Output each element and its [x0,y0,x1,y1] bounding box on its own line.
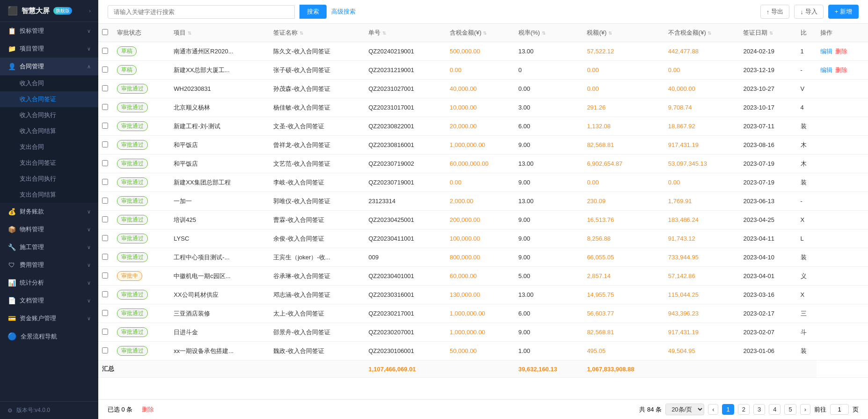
new-button[interactable]: + 新增 [828,5,859,19]
col-sign-date[interactable]: 签证日期 ⇅ [739,24,796,42]
batch-delete-button[interactable]: 删除 [142,405,154,414]
sidebar-item-finance[interactable]: 💰 财务账款 ∨ [0,203,98,221]
delete-action[interactable]: 删除 [835,66,847,74]
sidebar-sub-expense-settle[interactable]: 支出合同结算 [0,187,98,203]
row-select-checkbox[interactable] [102,291,108,297]
sidebar-logo-arrow[interactable]: › [89,8,91,14]
status-badge: 审批通过 [117,177,148,187]
sidebar-sub-expense-sign[interactable]: 支出合同签证 [0,155,98,171]
row-order-no: QZ20231219001 [365,61,445,80]
row-select-checkbox[interactable] [102,48,108,54]
sidebar-logo-icon: ⬛ [7,6,18,16]
next-page-button[interactable]: › [800,404,810,415]
row-select-checkbox[interactable] [102,141,108,147]
sidebar-item-contract[interactable]: 👤 合同管理 ∧ [0,58,98,75]
edit-action[interactable]: 编辑 [820,48,832,55]
row-select-checkbox[interactable] [102,179,108,185]
settings-icon[interactable]: ⚙ [7,407,13,414]
sidebar-item-docs[interactable]: 📄 文档管理 ∨ [0,292,98,309]
row-tax: 66,055.05 [583,248,664,267]
sidebar-item-bid[interactable]: 📋 投标管理 ∨ [0,22,98,40]
table-row: 审批通过 LYSC 余俊-收入合同签证 QZ20230411001 100,00… [98,229,868,248]
col-amount-notax[interactable]: 不含税金额(¥) ⇅ [664,24,740,42]
page-5-button[interactable]: 5 [784,404,796,415]
sidebar-item-material[interactable]: 📦 物料管理 ∨ [0,221,98,238]
col-sign-name[interactable]: 签证名称 ⇅ [270,24,365,42]
sidebar-sub-income-contract[interactable]: 收入合同 [0,75,98,91]
edit-action[interactable]: 编辑 [820,66,832,74]
row-order-no: 009 [365,248,445,267]
row-select-checkbox[interactable] [102,66,108,73]
delete-action[interactable]: 删除 [835,48,847,55]
stats-icon: 📊 [7,279,16,287]
page-size-select[interactable]: 20条/页 [665,404,704,415]
sidebar-item-project[interactable]: 📁 项目管理 ∨ [0,40,98,58]
page-3-button[interactable]: 3 [753,404,765,415]
row-tax: 56,603.77 [583,304,664,323]
row-select-checkbox[interactable] [102,123,108,129]
sidebar-sub-expense-contract[interactable]: 支出合同 [0,139,98,155]
row-amount-tax: 200,000.00 [446,211,515,229]
export-button[interactable]: ↑ 导出 [760,5,790,19]
import-button[interactable]: ↓ 导入 [794,5,824,19]
sidebar-sub-income-sign[interactable]: 收入合同签证 [0,91,98,107]
page-4-button[interactable]: 4 [769,404,780,415]
row-select-checkbox[interactable] [102,216,108,222]
row-checkbox [98,192,113,211]
search-input[interactable] [108,5,295,19]
row-sign-name: 陈久文-收入合同签证 [270,42,365,61]
col-tax[interactable]: 税额(¥) ⇅ [583,24,664,42]
summary-notax: 1,067,833,908.88 [583,360,664,378]
table-row: 草稿 新建XX总部大厦工... 张子硕-收入合同签证 QZ20231219001… [98,61,868,80]
sidebar-sub-income-exec[interactable]: 收入合同执行 [0,107,98,123]
status-badge: 审批通过 [117,103,148,112]
row-select-checkbox[interactable] [102,235,108,241]
row-checkbox [98,80,113,98]
row-amount-notax: 9,708.74 [664,98,740,117]
row-sign-date: 2024-02-19 [739,42,796,61]
sort-tax-rate-icon: ⇅ [542,30,546,36]
status-badge: 审批通过 [117,121,148,131]
row-select-checkbox[interactable] [102,85,108,91]
page-1-button[interactable]: 1 [722,404,734,415]
table-row: 审批通过 XX公司耗材供应 邓志涵-收入合同签证 QZ20230316001 1… [98,286,868,304]
row-select-checkbox[interactable] [102,160,108,166]
col-order-no[interactable]: 单号 ⇅ [365,24,445,42]
search-button[interactable]: 搜索 [299,5,327,19]
row-select-checkbox[interactable] [102,329,108,335]
row-project: xx一期设备承包搭建... [170,342,270,360]
row-sign-date: 2023-12-19 [739,61,796,80]
row-sign-date: 2023-06-13 [739,192,796,211]
sidebar-item-stats[interactable]: 📊 统计分析 ∨ [0,274,98,292]
col-tax-rate[interactable]: 税率(%) ⇅ [515,24,584,42]
row-sign-date: 2023-07-19 [739,154,796,173]
row-amount-tax: 100,000.00 [446,229,515,248]
row-select-checkbox[interactable] [102,254,108,260]
page-input[interactable] [830,404,849,415]
prev-page-button[interactable]: ‹ [708,404,718,415]
sidebar-sub-expense-exec[interactable]: 支出合同执行 [0,171,98,187]
row-project: 和平饭店 [170,154,270,173]
row-select-checkbox[interactable] [102,198,108,204]
table-row: 审批通过 一加一 郭唯仪-收入合同签证 23123314 2,000.00 13… [98,192,868,211]
sidebar-item-account[interactable]: 💳 资金账户管理 ∨ [0,309,98,327]
sidebar-item-expense[interactable]: 🛡 费用管理 ∨ [0,256,98,274]
import-label: 导入 [805,7,817,16]
col-amount-tax[interactable]: 含税金额(¥) ⇅ [446,24,515,42]
row-checkbox [98,323,113,342]
page-2-button[interactable]: 2 [738,404,750,415]
row-select-checkbox[interactable] [102,347,108,353]
row-select-checkbox[interactable] [102,272,108,279]
row-select-checkbox[interactable] [102,104,108,110]
sidebar-logo: ⬛ 智慧大屏 旗舰版 › [0,0,98,22]
row-extra: 装 [797,117,817,136]
col-project[interactable]: 项目 ⇅ [170,24,270,42]
advanced-search-button[interactable]: 高级搜索 [331,7,356,16]
row-select-checkbox[interactable] [102,310,108,316]
row-actions [817,136,868,154]
sidebar-sub-income-settle[interactable]: 收入合同结算 [0,123,98,139]
sidebar-item-construction[interactable]: 🔧 施工管理 ∨ [0,238,98,256]
select-all-checkbox[interactable] [102,29,108,35]
row-project: 培训425 [170,211,270,229]
sidebar-nav-flow[interactable]: 🔵 全景流程导航 [0,327,98,345]
